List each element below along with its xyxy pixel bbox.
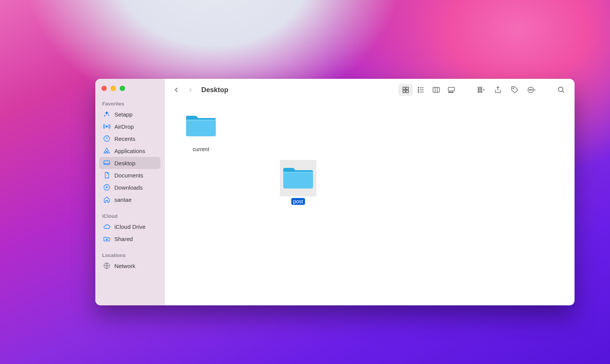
- network-icon: [103, 262, 111, 270]
- column-view-button[interactable]: [429, 84, 443, 96]
- svg-rect-16: [450, 92, 451, 93]
- sidebar-item-label: Network: [114, 263, 135, 269]
- window-fullscreen-button[interactable]: [120, 86, 125, 91]
- sidebar-heading-favorites: Favorites: [99, 99, 161, 108]
- clock-icon: [103, 135, 111, 142]
- svg-rect-6: [403, 87, 405, 89]
- shared-folder-icon: [103, 235, 111, 243]
- sidebar-item-home[interactable]: santae: [99, 193, 161, 206]
- svg-point-10: [418, 87, 419, 88]
- svg-rect-15: [449, 92, 450, 93]
- search-button[interactable]: [554, 84, 568, 96]
- sidebar: Favorites Setapp AirDrop Recents: [95, 79, 165, 305]
- sidebar-item-recents[interactable]: Recents: [99, 133, 161, 145]
- svg-point-29: [559, 87, 563, 92]
- icon-view-button[interactable]: [398, 84, 413, 96]
- sidebar-item-network[interactable]: Network: [99, 260, 161, 272]
- sidebar-item-label: Shared: [114, 236, 133, 242]
- sidebar-item-label: iCloud Drive: [114, 224, 146, 230]
- svg-rect-7: [406, 87, 408, 89]
- sidebar-item-label: santae: [114, 196, 132, 203]
- window-minimize-button[interactable]: [111, 86, 116, 91]
- window-controls: [99, 84, 161, 99]
- sidebar-item-desktop[interactable]: Desktop: [99, 157, 161, 169]
- finder-window: Favorites Setapp AirDrop Recents: [95, 79, 575, 305]
- setapp-icon: [103, 110, 111, 118]
- svg-rect-20: [478, 91, 480, 93]
- svg-point-24: [513, 88, 514, 89]
- sidebar-item-icloud-drive[interactable]: iCloud Drive: [99, 220, 161, 233]
- svg-rect-14: [448, 88, 455, 91]
- folder-label: post: [291, 198, 305, 205]
- svg-rect-13: [433, 88, 440, 93]
- svg-rect-18: [478, 87, 480, 89]
- svg-point-11: [418, 89, 419, 90]
- svg-rect-22: [480, 89, 482, 91]
- svg-point-12: [418, 91, 419, 92]
- svg-rect-19: [478, 89, 480, 91]
- folder-label: current: [191, 146, 211, 153]
- window-title: Desktop: [201, 86, 228, 94]
- svg-rect-21: [480, 87, 482, 89]
- folder-item-post[interactable]: post: [275, 160, 321, 205]
- sidebar-item-label: Downloads: [114, 184, 143, 191]
- sidebar-item-documents[interactable]: Documents: [99, 169, 161, 181]
- sidebar-item-label: Documents: [114, 172, 143, 179]
- folder-icon: [185, 113, 217, 139]
- sidebar-item-label: Recents: [114, 136, 135, 142]
- sidebar-item-label: Setapp: [114, 111, 133, 118]
- svg-rect-8: [403, 90, 405, 93]
- sidebar-item-airdrop[interactable]: AirDrop: [99, 120, 161, 133]
- toolbar: Desktop: [165, 79, 575, 101]
- folder-icon-wrap: [183, 108, 219, 144]
- back-button[interactable]: [171, 84, 182, 96]
- document-icon: [103, 171, 111, 179]
- svg-point-27: [530, 89, 531, 90]
- share-button[interactable]: [491, 84, 505, 96]
- view-mode-group: [398, 84, 459, 96]
- folder-icon-wrap: [280, 160, 316, 196]
- svg-rect-23: [480, 91, 482, 93]
- sidebar-heading-locations: Locations: [99, 250, 161, 260]
- tags-button[interactable]: [507, 84, 522, 96]
- sidebar-item-downloads[interactable]: Downloads: [99, 181, 161, 193]
- sidebar-item-label: AirDrop: [114, 123, 134, 130]
- folder-icon: [283, 166, 314, 191]
- desktop-icon: [103, 159, 111, 167]
- airdrop-icon: [103, 123, 111, 130]
- list-view-button[interactable]: [414, 84, 428, 96]
- sidebar-section-locations: Locations Network: [99, 250, 161, 272]
- file-area[interactable]: current post: [165, 101, 575, 305]
- forward-button[interactable]: [185, 84, 196, 96]
- sidebar-item-shared[interactable]: Shared: [99, 233, 161, 245]
- svg-rect-17: [452, 92, 453, 93]
- gallery-view-button[interactable]: [444, 84, 459, 96]
- applications-icon: [103, 147, 111, 155]
- sidebar-item-label: Desktop: [114, 160, 135, 166]
- main-area: Desktop: [165, 79, 575, 305]
- window-close-button[interactable]: [101, 86, 107, 91]
- group-by-button[interactable]: [474, 84, 488, 96]
- svg-point-26: [529, 89, 530, 90]
- cloud-icon: [103, 223, 111, 230]
- sidebar-item-applications[interactable]: Applications: [99, 145, 161, 157]
- home-icon: [103, 196, 111, 203]
- sidebar-heading-icloud: iCloud: [99, 211, 161, 220]
- sidebar-section-icloud: iCloud iCloud Drive Shared: [99, 211, 161, 245]
- sidebar-section-favorites: Favorites Setapp AirDrop Recents: [99, 99, 161, 206]
- svg-rect-9: [406, 90, 408, 93]
- download-icon: [103, 184, 111, 191]
- action-menu-button[interactable]: [524, 84, 539, 96]
- folder-item-current[interactable]: current: [178, 108, 224, 153]
- svg-point-28: [531, 89, 532, 90]
- svg-rect-2: [104, 161, 110, 164]
- sidebar-item-setapp[interactable]: Setapp: [99, 108, 161, 120]
- sidebar-item-label: Applications: [114, 148, 145, 154]
- svg-point-0: [106, 126, 108, 127]
